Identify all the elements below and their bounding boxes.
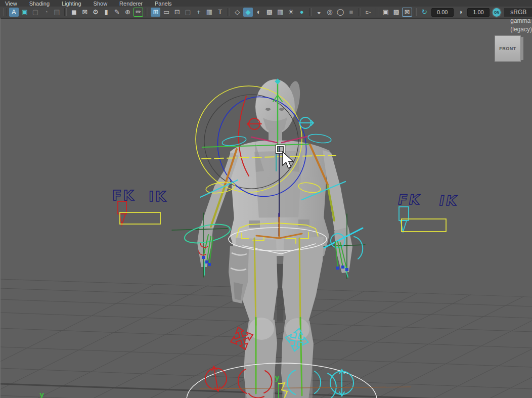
menu-panels[interactable]: Panels [155,1,172,7]
menu-renderer[interactable]: Renderer [119,1,143,7]
image-plane-icon[interactable]: ▦ [204,8,214,17]
toolbar-separator [309,8,312,16]
menu-show[interactable]: Show [94,1,108,7]
smooth-shade-icon[interactable]: ◆ [243,8,253,17]
camera-lock-icon[interactable]: ⊠ [80,8,90,17]
isolate-select-icon[interactable]: ▻ [364,8,373,17]
film-gate-icon[interactable]: ▭ [161,8,171,17]
image-plane-mode-icon[interactable]: ⊠ [402,8,412,17]
right-shoulder-ring[interactable] [307,133,332,144]
resolution-gate-icon[interactable]: ⊡ [172,8,182,17]
toolbar-separator [228,8,230,16]
viewport-canvas[interactable]: FK IK FK IK y [0,18,532,398]
gate-mask-icon[interactable]: ▢ [183,8,193,17]
ground-y-axis-label: y [275,373,280,382]
right-thigh-line[interactable] [299,238,300,325]
default-lighting-icon[interactable]: ☀ [286,8,296,17]
toolbar-separator [376,8,378,16]
viewport-left-edge [0,18,1,398]
layered-view-icon[interactable]: ▤ [52,8,62,17]
toolbar-separator [146,8,148,16]
right-rotate-gizmo[interactable] [299,117,314,128]
grid-icon[interactable]: ⊞ [151,8,160,17]
checker-icon[interactable]: ▦ [276,8,285,17]
wireframe-on-shaded-icon[interactable]: ◐ [254,8,263,17]
gamma-field[interactable]: 1.00 [467,8,490,17]
menu-lighting[interactable]: Lighting [62,1,81,7]
pie-menu-icon[interactable]: ◔ [41,8,51,17]
xray-icon[interactable]: ▣ [381,8,390,17]
maya-viewport-panel: ViewShadingLightingShowRendererPanels A▣… [0,0,532,398]
toolbar-separator [359,8,361,16]
menu-bar-items: ViewShadingLightingShowRendererPanels [5,1,172,7]
toolbar-separator [415,8,417,16]
panel-menu-bar: ViewShadingLightingShowRendererPanels [0,0,532,7]
viewport-toolbar: A▣▢◔▤◼⊠⚙▮✎⊕✏⊞▭⊡▢+▦T◇◆◐▩▦☀●◒◎◯■▻▣▩⊠↻0.00◑… [0,7,532,18]
textured-icon[interactable]: ▩ [264,8,274,17]
grease-pencil-icon[interactable]: ✏ [134,8,143,17]
color-space-label[interactable]: sRGB gamma (legacy) [504,8,532,17]
wireframe-icon[interactable]: ◇ [233,8,242,17]
svg-text:FK: FK [396,192,422,207]
motion-blur-icon[interactable]: ◯ [336,8,345,17]
select-mode-icon[interactable]: ▢ [30,8,40,17]
all-lights-icon[interactable]: ● [297,8,306,17]
safe-display-icon[interactable]: + [194,8,203,17]
corner-axis-gizmo: y [39,390,44,398]
exposure-field[interactable]: 0.00 [431,8,454,17]
menu-view[interactable]: View [5,1,17,7]
scene-svg: FK IK FK IK y [0,19,532,398]
left-fkik-switch[interactable]: FK IK [112,188,167,225]
right-fkik-knob[interactable] [399,207,409,220]
shadows-icon[interactable]: ◒ [314,8,324,17]
brush-icon[interactable]: ✎ [112,8,122,17]
toolbar-grip [4,8,7,16]
view-cube-label: FRONT [499,46,516,51]
multisample-icon[interactable]: ■ [346,8,356,17]
refresh-icon[interactable]: ↻ [419,8,429,17]
marquee-select-icon[interactable]: ▣ [20,8,29,17]
svg-text:IK: IK [149,189,167,204]
zoom-pan-icon[interactable]: ⊕ [123,8,132,17]
camera-icon[interactable]: ◼ [69,8,79,17]
svg-text:IK: IK [438,193,459,208]
select-highlight-mode-icon[interactable]: A [9,8,19,17]
bookmark-icon[interactable]: ▮ [101,8,111,17]
safe-title-icon[interactable]: T [215,8,225,17]
left-hand [197,226,213,267]
view-cube-gizmo[interactable]: FRONT [495,35,521,62]
xray-joints-icon[interactable]: ▩ [391,8,401,17]
color-management-toggle[interactable]: ON [493,8,501,17]
svg-text:y: y [39,390,44,398]
menu-shading[interactable]: Shading [29,1,50,7]
right-foot-rotate-control[interactable] [330,370,353,396]
ambient-occlusion-icon[interactable]: ◎ [325,8,334,17]
toolbar-separator [64,8,67,16]
right-arm [323,150,348,234]
contrast-icon[interactable]: ◑ [456,8,465,17]
camera-attributes-icon[interactable]: ⚙ [91,8,100,17]
right-fkik-switch[interactable]: FK IK [396,192,460,232]
